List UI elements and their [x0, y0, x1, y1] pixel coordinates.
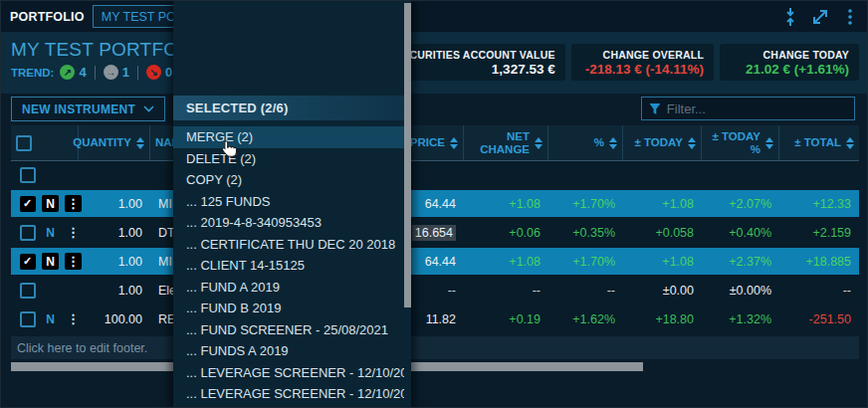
pct-cell: +1.62%	[548, 312, 623, 326]
footer-edit-text: Click here to edit footer.	[17, 341, 147, 355]
new-badge: N	[42, 195, 59, 212]
today-cell: +1.08	[623, 197, 702, 211]
new-badge: N	[42, 310, 59, 327]
column-header-pct[interactable]: %	[548, 125, 623, 160]
trend-separator	[137, 66, 138, 80]
net-change-cell: --	[464, 284, 548, 298]
quantity-cell: 1.00	[79, 284, 150, 298]
row-checkbox[interactable]	[20, 283, 36, 299]
quantity-cell: 1.00	[79, 197, 150, 211]
trend-up-icon: ↗	[60, 65, 75, 80]
menu-item-portfolio[interactable]: ... FUNDS A 2019	[173, 340, 404, 362]
collapse-vertical-icon[interactable]	[781, 8, 799, 26]
select-all-checkbox[interactable]	[16, 135, 32, 151]
quantity-cell: 100.00	[79, 312, 150, 326]
portfolio-label: PORTFOLIO	[10, 10, 85, 24]
column-header-today[interactable]: ± TODAY	[623, 125, 702, 160]
total-cell: +2.159	[779, 226, 859, 240]
trend-summary: TREND: ↗ 4 → 1 ↘ 0	[11, 65, 172, 80]
trend-label: TREND:	[11, 67, 54, 79]
menu-item-delete[interactable]: DELETE (2)	[173, 148, 404, 170]
pct-cell: --	[548, 284, 623, 298]
table-row[interactable]: 1.00 Ele -- -- -- ±0.00 ±0.00% --	[11, 277, 859, 306]
menu-item-portfolio[interactable]: ... LEVERAGE SCREENER - 12/10/2020	[173, 362, 404, 384]
column-header-quantity[interactable]: QUANTITY	[79, 125, 150, 160]
context-menu: SELECTED (2/6) MERGE (2) DELETE (2) COPY…	[173, 1, 411, 408]
sort-icon	[609, 137, 617, 149]
sort-icon	[846, 137, 854, 149]
today-pct-cell: ±0.00%	[702, 284, 779, 298]
today-pct-cell: +1.32%	[702, 312, 779, 326]
net-change-cell: +1.08	[464, 197, 548, 211]
filter-input[interactable]	[667, 102, 847, 116]
pct-cell: +1.70%	[548, 255, 623, 269]
chevron-down-icon	[143, 105, 154, 112]
stat-change-today: CHANGE TODAY 21.02 € (+1.61%)	[720, 44, 859, 81]
trend-flat-icon: →	[104, 65, 118, 80]
new-badge: N	[42, 253, 59, 270]
today-pct-cell: +0.40%	[702, 226, 779, 240]
trend-down-icon: ↘	[146, 65, 161, 80]
table-row[interactable]	[11, 161, 859, 190]
total-cell: -251.50	[779, 312, 859, 326]
net-change-cell: +0.06	[464, 226, 548, 240]
select-all-header[interactable]	[11, 125, 79, 160]
stat-value: -218.13 € (-14.11%)	[585, 62, 704, 77]
footer-edit-bar[interactable]: Click here to edit footer.	[11, 336, 859, 359]
today-cell: +1.08	[623, 255, 702, 269]
trend-down-count: 0	[165, 65, 172, 80]
trend-up: ↗ 4	[60, 65, 86, 80]
menu-item-portfolio[interactable]: ... CERTIFICATE THU DEC 20 2018	[173, 234, 404, 256]
filter-funnel-icon	[649, 102, 661, 115]
menu-item-portfolio[interactable]: ... FUND SCREENER - 25/08/2021	[173, 319, 404, 341]
quantity-cell: 1.00	[79, 226, 150, 240]
menu-item-merge[interactable]: MERGE (2)	[173, 126, 404, 148]
stat-change-overall: CHANGE OVERALL -218.13 € (-14.11%)	[571, 44, 714, 81]
sort-icon	[450, 137, 458, 149]
column-header-total[interactable]: ± TOTAL	[779, 125, 859, 160]
menu-item-portfolio[interactable]: ... FUND A 2019	[173, 277, 404, 299]
column-header-today-pct[interactable]: ± TODAY %	[702, 125, 779, 160]
top-bar: PORTFOLIO MY TEST PORTFOLIO	[1, 1, 868, 32]
pct-cell: +0.35%	[548, 226, 623, 240]
context-menu-scrollbar[interactable]	[404, 3, 411, 307]
row-checkbox[interactable]	[20, 225, 36, 241]
menu-item-portfolio[interactable]: ... FUND B 2019	[173, 298, 404, 319]
row-checkbox[interactable]	[20, 311, 36, 327]
total-cell: +18.885	[779, 255, 859, 269]
pct-cell: +1.70%	[548, 197, 623, 211]
trend-separator	[95, 66, 96, 80]
today-pct-cell: +2.07%	[702, 197, 779, 211]
new-badge: N	[42, 224, 59, 241]
stat-value: 21.02 € (+1.61%)	[734, 62, 849, 77]
filter-field	[641, 97, 855, 120]
table-body: ✓ N ⋮ 1.00 MI 64.44 +1.08 +1.70% +1.08 +…	[11, 161, 859, 334]
today-cell: +18.80	[623, 312, 702, 326]
table-header-row: QUANTITY NAME PRICE NET CHANGE % ± TODAY…	[11, 125, 859, 161]
menu-item-portfolio[interactable]: ... 125 FUNDS	[173, 191, 404, 213]
table-row[interactable]: ✓ N ⋮ 1.00 MI 64.44 +1.08 +1.70% +1.08 +…	[11, 190, 859, 219]
menu-item-portfolio[interactable]: ... 2019-4-8-340953453	[173, 212, 404, 234]
row-checkbox[interactable]: ✓	[20, 196, 36, 212]
sort-icon	[136, 137, 144, 149]
total-cell: +12.33	[779, 197, 859, 211]
kebab-menu-icon[interactable]	[841, 8, 859, 26]
menu-item-portfolio[interactable]: ... CLIENT 14-15125	[173, 255, 404, 277]
total-cell: --	[779, 284, 859, 298]
menu-item-copy[interactable]: COPY (2)	[173, 169, 404, 191]
menu-item-portfolio[interactable]: ... LEVERAGE SCREENER - 12/10/2020	[173, 383, 404, 405]
new-instrument-button[interactable]: NEW INSTRUMENT	[11, 97, 165, 121]
row-checkbox[interactable]	[20, 167, 36, 183]
stat-value: 1,327.53 €	[395, 62, 555, 77]
table-row[interactable]: N ⋮ 1.00 DT 16.654 +0.06 +0.35% +0.058 +…	[11, 219, 859, 248]
sort-icon	[688, 137, 696, 149]
trend-up-count: 4	[79, 65, 86, 80]
column-header-net-change[interactable]: NET CHANGE	[464, 125, 548, 160]
context-menu-header: SELECTED (2/6)	[173, 96, 404, 120]
row-checkbox[interactable]: ✓	[20, 254, 36, 270]
net-change-cell: +0.19	[464, 312, 548, 326]
expand-diagonal-icon[interactable]	[811, 8, 829, 26]
sort-icon	[535, 137, 542, 149]
table-row[interactable]: N ⋮ 100.00 RE 11.82 +0.19 +1.62% +18.80 …	[11, 306, 859, 334]
table-row[interactable]: ✓ N ⋮ 1.00 MI 64.44 +1.08 +1.70% +1.08 +…	[11, 248, 859, 277]
